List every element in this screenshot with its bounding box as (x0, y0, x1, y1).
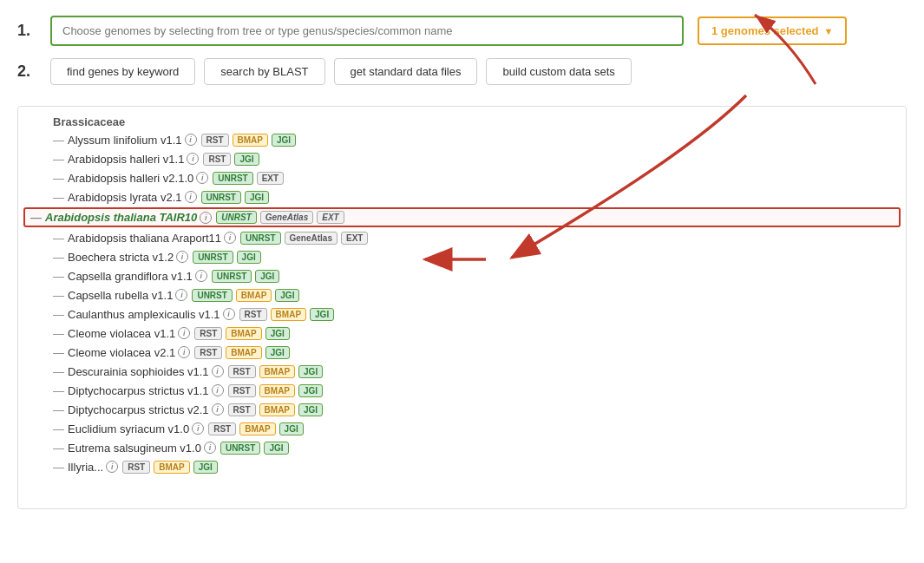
info-icon[interactable]: i (178, 327, 190, 339)
list-item[interactable]: — Arabidopsis halleri v2.1.0 i UNRST EXT (18, 168, 906, 187)
list-item[interactable]: — Arabidopsis lyrata v2.1 i UNRST JGI (18, 187, 906, 206)
tree-line-icon: — (53, 308, 64, 321)
info-icon[interactable]: i (185, 191, 197, 203)
info-icon[interactable]: i (178, 346, 190, 358)
badge-bmap: BMAP (236, 289, 272, 302)
badge-jgi: JGI (279, 422, 304, 435)
badge-ext: EXT (317, 211, 344, 224)
species-name: Boechera stricta v1.2 (68, 251, 174, 264)
badge-rst: RST (201, 134, 229, 147)
badge-bmap: BMAP (259, 384, 295, 397)
info-icon[interactable]: i (176, 251, 188, 263)
species-name: Alyssum linifolium v1.1 (68, 134, 182, 147)
badge-jgi: JGI (275, 289, 299, 302)
species-name: Diptychocarpus strictus v1.1 (68, 384, 209, 397)
list-item[interactable]: — Caulanthus amplexicaulis v1.1 i RST BM… (18, 304, 906, 324)
list-item[interactable]: — Arabidopsis halleri v1.1 i RST JGI (18, 149, 906, 168)
badge-unrst: UNRST (201, 191, 241, 204)
list-item[interactable]: — Illyria... i RST BMAP JGI (18, 457, 906, 476)
info-icon[interactable]: i (200, 212, 212, 224)
info-icon[interactable]: i (196, 172, 208, 184)
list-item[interactable]: — Alyssum linifolium v1.1 i RST BMAP JGI (18, 130, 906, 149)
tree-line-icon: — (53, 172, 64, 185)
list-item[interactable]: — Eutrema salsugineum v1.0 i UNRST JGI (18, 438, 906, 457)
genome-search-input[interactable] (50, 16, 684, 46)
list-item[interactable]: — Diptychocarpus strictus v1.1 i RST BMA… (18, 381, 906, 400)
dropdown-arrow-icon: ▼ (824, 26, 834, 36)
tree-line-icon: — (53, 251, 64, 264)
search-blast-button[interactable]: search by BLAST (204, 58, 324, 85)
genome-tree-panel[interactable]: Brassicaceae — Alyssum linifolium v1.1 i… (17, 106, 907, 509)
species-name: Arabidopsis thaliana Araport11 (68, 232, 221, 245)
species-name: Arabidopsis halleri v1.1 (68, 153, 184, 166)
badge-rst: RST (208, 422, 236, 435)
get-standard-files-button[interactable]: get standard data files (334, 58, 478, 85)
badge-jgi: JGI (298, 384, 323, 397)
badge-bmap: BMAP (226, 327, 261, 340)
tree-line-icon: — (53, 191, 64, 204)
badge-bmap: BMAP (259, 403, 295, 416)
tree-line-icon: — (53, 134, 64, 147)
species-name: Illyria... (68, 461, 103, 474)
badge-unrst: UNRST (192, 289, 232, 302)
species-name: Euclidium syriacum v1.0 (68, 422, 189, 435)
species-name: Arabidopsis halleri v2.1.0 (68, 172, 193, 185)
badge-jgi: JGI (245, 191, 269, 204)
list-item[interactable]: — Arabidopsis thaliana Araport11 i UNRST… (18, 228, 906, 247)
info-icon[interactable]: i (187, 153, 199, 165)
family-label: Brassicaceae (18, 112, 906, 130)
list-item[interactable]: — Cleome violacea v2.1 i RST BMAP JGI (18, 343, 906, 362)
info-icon[interactable]: i (212, 384, 224, 396)
info-icon[interactable]: i (204, 442, 216, 454)
badge-jgi: JGI (272, 134, 296, 147)
list-item[interactable]: — Boechera stricta v1.2 i UNRST JGI (18, 247, 906, 266)
badge-rst: RST (239, 308, 267, 321)
tree-line-icon: — (53, 232, 64, 245)
badge-bmap: BMAP (154, 461, 189, 474)
find-genes-button[interactable]: find genes by keyword (50, 58, 195, 85)
species-name-selected: Arabidopsis thaliana TAIR10 (45, 211, 197, 224)
species-name: Cleome violacea v2.1 (68, 346, 175, 359)
species-name: Diptychocarpus strictus v2.1 (68, 403, 209, 416)
badge-jgi: JGI (310, 308, 334, 321)
badge-jgi: JGI (264, 442, 288, 455)
badge-geneatlas: GeneAtlas (260, 211, 313, 224)
info-icon[interactable]: i (212, 365, 224, 377)
badge-bmap: BMAP (233, 134, 268, 147)
list-item[interactable]: — Diptychocarpus strictus v2.1 i RST BMA… (18, 400, 906, 419)
info-icon[interactable]: i (195, 270, 207, 282)
species-name: Caulanthus amplexicaulis v1.1 (68, 308, 220, 321)
info-icon[interactable]: i (224, 232, 236, 244)
tree-line-icon: — (53, 289, 64, 302)
badge-unrst: UNRST (216, 211, 256, 224)
tree-line-icon: — (53, 422, 64, 435)
tree-line-icon: — (53, 384, 64, 397)
list-item[interactable]: — Euclidium syriacum v1.0 i RST BMAP JGI (18, 419, 906, 438)
info-icon[interactable]: i (223, 308, 235, 320)
list-item[interactable]: — Capsella rubella v1.1 i UNRST BMAP JGI (18, 285, 906, 304)
badge-jgi: JGI (255, 270, 279, 283)
tree-line-icon: — (30, 211, 42, 224)
info-icon[interactable]: i (212, 403, 224, 416)
badge-unrst: UNRST (220, 442, 260, 455)
badge-bmap: BMAP (226, 346, 261, 359)
info-icon[interactable]: i (175, 289, 187, 301)
tree-line-icon: — (53, 403, 64, 416)
info-icon[interactable]: i (106, 461, 118, 473)
species-name: Capsella grandiflora v1.1 (68, 270, 193, 283)
list-item[interactable]: — Cleome violacea v1.1 i RST BMAP JGI (18, 324, 906, 343)
build-custom-datasets-button[interactable]: build custom data sets (486, 58, 631, 85)
tree-line-icon: — (53, 270, 64, 283)
genomes-selected-button[interactable]: 1 genomes selected ▼ (698, 16, 847, 45)
badge-jgi: JGI (298, 365, 323, 378)
badge-rst: RST (228, 365, 256, 378)
list-item[interactable]: — Capsella grandiflora v1.1 i UNRST JGI (18, 266, 906, 285)
tree-line-icon: — (53, 327, 64, 340)
info-icon[interactable]: i (185, 134, 197, 146)
badge-geneatlas: GeneAtlas (285, 232, 337, 245)
list-item-selected[interactable]: — Arabidopsis thaliana TAIR10 i UNRST Ge… (23, 207, 901, 227)
list-item[interactable]: — Descurainia sophioides v1.1 i RST BMAP… (18, 362, 906, 381)
info-icon[interactable]: i (192, 422, 204, 435)
badge-jgi: JGI (237, 251, 261, 264)
badge-jgi: JGI (193, 461, 218, 474)
